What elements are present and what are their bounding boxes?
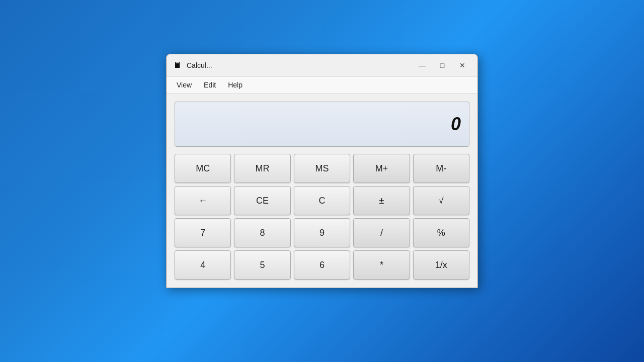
button-5[interactable]: 5 bbox=[234, 250, 290, 280]
button-mr[interactable]: MR bbox=[234, 154, 290, 183]
button-grid: MC MR MS M+ M- ← CE C ± √ 7 8 9 / % 4 5 … bbox=[175, 154, 469, 280]
display-value: 0 bbox=[451, 114, 461, 135]
button-mc[interactable]: MC bbox=[175, 154, 231, 183]
button-percent[interactable]: % bbox=[413, 218, 469, 247]
button-reciprocal[interactable]: 1/x bbox=[413, 250, 469, 280]
button-ce[interactable]: CE bbox=[234, 186, 290, 215]
button-9[interactable]: 9 bbox=[294, 218, 350, 247]
app-icon: 🖩 bbox=[173, 60, 183, 70]
calculator-display: 0 bbox=[175, 102, 469, 147]
maximize-button[interactable]: □ bbox=[433, 58, 451, 72]
title-bar-buttons: — □ ✕ bbox=[413, 58, 471, 72]
button-mminus[interactable]: M- bbox=[413, 154, 469, 183]
calculator-body: 0 MC MR MS M+ M- ← CE C ± √ 7 8 9 / % 4 … bbox=[167, 94, 477, 288]
button-6[interactable]: 6 bbox=[294, 250, 350, 280]
button-divide[interactable]: / bbox=[353, 218, 410, 247]
button-multiply[interactable]: * bbox=[353, 250, 410, 280]
button-backspace[interactable]: ← bbox=[175, 186, 231, 215]
button-mplus[interactable]: M+ bbox=[353, 154, 410, 183]
menu-help[interactable]: Help bbox=[222, 79, 249, 91]
button-8[interactable]: 8 bbox=[234, 218, 290, 247]
button-4[interactable]: 4 bbox=[175, 250, 231, 280]
button-7[interactable]: 7 bbox=[175, 218, 231, 247]
window-title: Calcul... bbox=[187, 61, 413, 69]
calculator-window: 🖩 Calcul... — □ ✕ View Edit Help 0 MC MR… bbox=[166, 54, 478, 288]
button-sqrt[interactable]: √ bbox=[413, 186, 469, 215]
menu-view[interactable]: View bbox=[171, 79, 198, 91]
button-ms[interactable]: MS bbox=[294, 154, 350, 183]
close-button[interactable]: ✕ bbox=[453, 58, 471, 72]
menu-bar: View Edit Help bbox=[167, 77, 477, 94]
button-c[interactable]: C bbox=[294, 186, 350, 215]
button-plusminus[interactable]: ± bbox=[353, 186, 410, 215]
title-bar: 🖩 Calcul... — □ ✕ bbox=[167, 54, 477, 77]
minimize-button[interactable]: — bbox=[413, 58, 431, 72]
menu-edit[interactable]: Edit bbox=[198, 79, 222, 91]
